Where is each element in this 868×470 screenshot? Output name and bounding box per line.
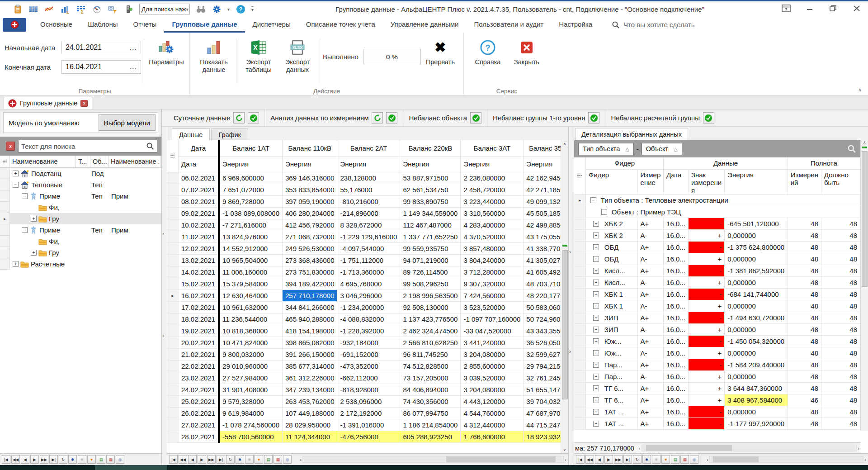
daily-data-table[interactable]: ДатаБаланс 1АТБаланс 110кВБаланс 2АТБала… [167, 140, 568, 443]
detail-row[interactable]: +ХБК 1А-16.0...+0,0000004848 [574, 300, 860, 312]
measurement-cell[interactable]: А+ [637, 312, 664, 324]
value-cell[interactable]: 605 288,923250 [400, 431, 461, 442]
sign-cell[interactable]: - [688, 265, 724, 277]
tree-item[interactable]: −ТепловыеТеп [0, 179, 161, 190]
column-header[interactable]: Должно быть [821, 169, 860, 195]
column-group-header[interactable]: Фидер [585, 157, 663, 169]
value-cell[interactable]: 2 566 810,628250 [400, 337, 461, 348]
value-cell[interactable]: 11 124,344000 [283, 431, 337, 442]
expand-icon[interactable]: + [593, 233, 599, 238]
value-cell[interactable]: 2 538,096000 [337, 395, 400, 407]
help-icon[interactable]: ? [236, 4, 245, 14]
scatter-chart-icon[interactable] [44, 4, 54, 14]
expand-icon[interactable]: + [593, 374, 599, 380]
apply-check-button[interactable] [470, 112, 481, 123]
apply-check-button[interactable] [386, 112, 397, 123]
expected-count-cell[interactable]: 48 [821, 359, 860, 371]
value-cell[interactable]: 11 006,160000 [219, 266, 282, 278]
value-cell[interactable]: 107 449,188000 [283, 407, 337, 419]
table-row[interactable]: 12.02.202114 552,912000249 526,530000-4 … [167, 242, 568, 254]
value-cell[interactable]: -1 078 274,560000 [219, 419, 282, 431]
date-cell[interactable]: 16.0... [664, 277, 689, 289]
value-cell[interactable]: 92 508,130000 [400, 301, 461, 313]
value-cell[interactable]: 10 471,824000 [219, 337, 282, 348]
value-cell[interactable]: 15 379,584000 [219, 278, 282, 290]
sign-cell[interactable]: + [688, 394, 724, 406]
nav-prev-page-button[interactable]: ◀◀ [585, 455, 594, 464]
value-cell[interactable]: 14 552,912000 [219, 242, 282, 254]
value-cell[interactable]: 249 526,530000 [283, 242, 337, 254]
column-subheader[interactable]: Энергия [219, 156, 282, 172]
qat-overflow-icon[interactable]: ▾ [251, 6, 254, 12]
nav-first-button[interactable]: |◀ [2, 455, 10, 464]
value-cell[interactable]: 4 695,768000 [337, 278, 400, 290]
value-cell[interactable]: 10 961,632000 [219, 301, 282, 313]
date-cell[interactable]: 26.02.2021 [179, 407, 219, 419]
value-cell[interactable]: 53 887,971500 [400, 172, 461, 184]
energy-cell[interactable]: -684 141,744000 [725, 289, 788, 300]
value-cell[interactable]: 8 328,672000 [337, 219, 400, 231]
measured-count-cell[interactable]: 48 [788, 242, 821, 253]
nav-find-button[interactable]: ◎ [283, 455, 292, 464]
value-cell[interactable]: 257 710,178000 [283, 290, 337, 301]
value-cell[interactable]: 9 869,728000 [219, 195, 282, 207]
value-cell[interactable]: -214,896000 [337, 207, 400, 219]
nav-mark-button[interactable]: ✱ [642, 455, 651, 464]
column-group-header[interactable]: Полнота [788, 157, 860, 169]
value-cell[interactable]: 13 824,976000 [219, 231, 282, 242]
detail-row[interactable]: +Пар...А+16.0...--1 584 209,4400004848 [574, 359, 860, 371]
value-cell[interactable]: 73 157,205000 [400, 372, 461, 384]
expected-count-cell[interactable]: 48 [821, 265, 860, 277]
column-subheader[interactable]: Энергия [461, 156, 524, 172]
value-cell[interactable]: 391 266,150000 [283, 348, 337, 360]
tree-column-header[interactable]: Т... [76, 156, 90, 167]
expand-icon[interactable]: + [593, 362, 599, 368]
gauge-icon[interactable] [92, 4, 102, 14]
expand-icon[interactable]: + [593, 303, 599, 309]
value-cell[interactable]: 4 443,120000 [461, 395, 524, 407]
sign-cell[interactable]: - [688, 418, 724, 430]
date-cell[interactable]: 18.02.2021 [179, 313, 219, 325]
scroll-right-icon[interactable]: › [858, 446, 859, 451]
energy-cell[interactable]: 0,000000 [725, 230, 788, 242]
table-row[interactable]: 17.02.202110 961,632000344 841,266000-1 … [167, 301, 568, 313]
measured-count-cell[interactable]: 46 [788, 394, 821, 406]
tree-item[interactable]: ▸+Гру [0, 213, 161, 224]
detail-tab[interactable]: Детализация выбранных данных [575, 128, 688, 140]
expected-count-cell[interactable]: 48 [821, 383, 860, 394]
feeder-cell[interactable]: +Юж... [585, 336, 637, 347]
detail-row[interactable]: +ХБК 2А-16.0...+0,0000004848 [574, 230, 860, 242]
value-cell[interactable]: 2 458,720000 [461, 184, 524, 195]
ribbon-collapse-button[interactable]: ∧ [858, 87, 862, 93]
measurement-cell[interactable]: А+ [637, 242, 664, 253]
expected-count-cell[interactable]: 48 [821, 312, 860, 324]
value-cell[interactable]: 29 010,960000 [219, 360, 282, 372]
right-splitter[interactable]: › › [569, 127, 574, 465]
value-cell[interactable]: 96 811,745250 [400, 348, 461, 360]
value-cell[interactable]: 2 198 996,563500 [400, 290, 461, 301]
nav-prev-page-button[interactable]: ◀◀ [179, 455, 187, 464]
column-subheader[interactable]: Энергия [283, 156, 337, 172]
date-cell[interactable]: 16.0... [664, 359, 689, 371]
column-group-header[interactable]: Данные [664, 157, 788, 169]
collapse-icon[interactable]: − [590, 197, 596, 203]
value-cell[interactable]: 89 726,114500 [400, 266, 461, 278]
date-cell[interactable]: 16.0... [664, 218, 689, 230]
energy-cell[interactable]: -1 450 054,320000 [725, 336, 788, 347]
measurement-cell[interactable]: А+ [637, 418, 664, 430]
column-subheader[interactable]: Дата [179, 156, 219, 172]
nav-find-button[interactable]: ◎ [690, 455, 698, 464]
date-cell[interactable]: 16.0... [664, 347, 689, 359]
scroll-thumb[interactable] [646, 445, 732, 451]
clipboard-icon[interactable] [13, 4, 23, 14]
energy-cell[interactable]: 0,000000 [725, 253, 788, 265]
detail-row[interactable]: +Кисл...А+16.0...--1 381 862,5920004848 [574, 265, 860, 277]
table-row[interactable]: 18.02.202111 236,544000465 940,288000-4 … [167, 313, 568, 325]
column-chooser-icon[interactable] [167, 140, 179, 172]
measurement-cell[interactable]: А+ [637, 218, 664, 230]
group-chip-object[interactable]: Объект △ [642, 143, 682, 155]
tree-column-header[interactable]: Об... [90, 156, 108, 167]
value-cell[interactable]: 406 280,204000 [283, 207, 337, 219]
value-cell[interactable]: 238,128000 [337, 172, 400, 184]
energy-cell[interactable]: 3 644 847,360000 [725, 383, 788, 394]
